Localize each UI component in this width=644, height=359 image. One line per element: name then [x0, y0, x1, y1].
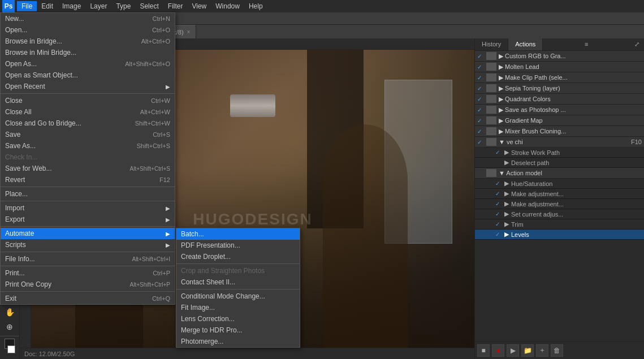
action-group-header-7[interactable]: ✓ ▶ Gradient Map — [475, 115, 644, 126]
menu-save-web[interactable]: Save for Web...Alt+Shift+Ctrl+S — [1, 163, 175, 174]
group-icon-7 — [486, 116, 496, 124]
action-hue-sat[interactable]: ✓ ▶ Hue/Saturation — [475, 179, 644, 189]
check-set: ✓ — [495, 211, 504, 217]
group-icon-1 — [486, 52, 496, 60]
menu-close-all[interactable]: Close AllAlt+Ctrl+W — [1, 106, 175, 118]
menu-print-one[interactable]: Print One CopyAlt+Shift+Ctrl+P — [1, 279, 175, 290]
action-group-header-1[interactable]: ✓ ▶ Custom RGB to Gra... — [475, 51, 644, 62]
submenu-conditional[interactable]: Conditional Mode Change... — [176, 291, 300, 302]
submenu-fit-image[interactable]: Fit Image... — [176, 302, 300, 313]
action-group-6: ✓ ▶ Save as Photoshop ... — [475, 105, 644, 115]
group-icon-2 — [486, 63, 496, 71]
menu-edit[interactable]: Edit — [37, 1, 58, 11]
sub-sep1 — [176, 263, 300, 264]
menu-help[interactable]: Help — [244, 1, 267, 11]
menu-save[interactable]: SaveCtrl+S — [1, 129, 175, 140]
sep6 — [1, 266, 175, 266]
menu-browse-mini-bridge[interactable]: Browse in Mini Bridge... — [1, 47, 175, 58]
action-sub-stroke[interactable]: ✓ ▶ Stroke Work Path — [475, 148, 644, 158]
action-group-header-5[interactable]: ✓ ▶ Quadrant Colors — [475, 94, 644, 105]
action-group-header-8[interactable]: ✓ ▶ Mixer Brush Cloning... — [475, 126, 644, 137]
crop-straighten-label: Crop and Straighten Photos — [181, 267, 265, 275]
group-icon-6 — [486, 106, 496, 114]
actions-tab[interactable]: Actions — [508, 38, 543, 50]
menu-filter[interactable]: Filter — [163, 1, 188, 11]
action-group-header-4[interactable]: ✓ ▶ Sepia Toning (layer) — [475, 83, 644, 94]
menu-revert[interactable]: RevertF12 — [1, 174, 175, 185]
new-folder-button[interactable]: 📁 — [521, 344, 534, 357]
menu-image[interactable]: Image — [58, 1, 85, 11]
menu-new[interactable]: New...Ctrl+N — [1, 13, 175, 24]
menu-print[interactable]: Print...Ctrl+P — [1, 267, 175, 279]
action-group-header-3[interactable]: ✓ ▶ Make Clip Path (sele... — [475, 72, 644, 83]
new-action-button[interactable]: + — [536, 344, 548, 357]
menu-open-recent[interactable]: Open Recent▶ — [1, 81, 175, 92]
play-button[interactable]: ▶ — [507, 344, 519, 357]
action-trim[interactable]: ✓ ▶ Trim — [475, 219, 644, 230]
history-tab[interactable]: History — [475, 38, 508, 50]
submenu-merge-hdr[interactable]: Merge to HDR Pro... — [176, 325, 300, 336]
menu-place[interactable]: Place... — [1, 188, 175, 200]
submenu-create-droplet[interactable]: Create Droplet... — [176, 251, 300, 262]
submenu-contact-sheet[interactable]: Contact Sheet II... — [176, 276, 300, 288]
stop-button[interactable]: ■ — [477, 344, 490, 357]
menu-layer[interactable]: Layer — [85, 1, 111, 11]
action-group-header-model[interactable]: ▼ Action model — [475, 168, 644, 179]
action-set-current[interactable]: ✓ ▶ Set current adjus... — [475, 209, 644, 219]
action-make-adj2[interactable]: ✓ ▶ Make adjustment... — [475, 199, 644, 209]
action-group-header-vechi[interactable]: ✓ ▼ ve chi F10 — [475, 137, 644, 148]
submenu-photomerge[interactable]: Photomerge... — [176, 336, 300, 347]
menu-file[interactable]: File — [17, 1, 37, 11]
menu-type[interactable]: Type — [111, 1, 135, 11]
action-group-8: ✓ ▶ Mixer Brush Cloning... — [475, 126, 644, 137]
menu-select[interactable]: Select — [135, 1, 163, 11]
menu-close[interactable]: CloseCtrl+W — [1, 95, 175, 106]
menu-window[interactable]: Window — [211, 1, 244, 11]
panel-expand-icon[interactable]: ⤢ — [630, 38, 644, 50]
action-group-vechi: ✓ ▼ ve chi F10 ✓ ▶ Stroke Work Path ▶ De… — [475, 137, 644, 168]
background-color[interactable] — [7, 345, 15, 353]
zoom-tool[interactable]: ⊕ — [3, 320, 16, 334]
action-group-header-6[interactable]: ✓ ▶ Save as Photoshop ... — [475, 105, 644, 115]
group-icon-3 — [486, 73, 496, 81]
menu-import[interactable]: Import▶ — [1, 202, 175, 214]
record-button[interactable]: ● — [492, 344, 504, 357]
menu-exit[interactable]: ExitCtrl+Q — [1, 293, 175, 304]
action-group-header-2[interactable]: ✓ ▶ Molten Lead — [475, 62, 644, 72]
actions-panel-content: ✓ ▶ Custom RGB to Gra... ✓ ▶ Molten Lead… — [475, 51, 644, 341]
submenu-lens-correction[interactable]: Lens Correction... — [176, 313, 300, 325]
submenu-batch[interactable]: Batch... — [176, 228, 300, 240]
menu-view[interactable]: View — [187, 1, 211, 11]
group-icon-5 — [486, 95, 496, 103]
menu-open-as[interactable]: Open As...Alt+Shift+Ctrl+O — [1, 58, 175, 70]
menu-close-go-bridge[interactable]: Close and Go to Bridge...Shift+Ctrl+W — [1, 118, 175, 129]
submenu-pdf[interactable]: PDF Presentation... — [176, 240, 300, 251]
adj2-icon: ▶ — [504, 200, 509, 207]
action-levels[interactable]: ✓ ▶ Levels — [475, 230, 644, 240]
levels-label: Levels — [511, 231, 529, 238]
sep2 — [1, 187, 175, 187]
close-tab-button[interactable]: × — [187, 29, 191, 35]
check-icon-5: ✓ — [477, 96, 486, 102]
menu-export[interactable]: Export▶ — [1, 214, 175, 225]
actions-list: ✓ ▶ Custom RGB to Gra... ✓ ▶ Molten Lead… — [475, 51, 644, 240]
toolbar-divider — [0, 336, 19, 336]
delete-action-button[interactable]: 🗑 — [551, 344, 563, 357]
panel-menu-icon[interactable]: ≡ — [580, 38, 593, 50]
menu-open-smart[interactable]: Open as Smart Object... — [1, 70, 175, 81]
menu-open[interactable]: Open...Ctrl+O — [1, 24, 175, 36]
hdr-label: Merge to HDR Pro... — [181, 326, 243, 334]
group-label-1: ▶ Custom RGB to Gra... — [499, 53, 566, 60]
action-sub-deselect[interactable]: ▶ Deselect path — [475, 158, 644, 168]
menu-automate[interactable]: Automate ▶ Batch... PDF Presentation... … — [1, 228, 175, 239]
action-group-1: ✓ ▶ Custom RGB to Gra... — [475, 51, 644, 62]
menu-save-as[interactable]: Save As...Shift+Ctrl+S — [1, 140, 175, 152]
menu-file-info[interactable]: File Info...Alt+Shift+Ctrl+I — [1, 253, 175, 265]
menu-browse-bridge[interactable]: Browse in Bridge...Alt+Ctrl+O — [1, 36, 175, 47]
group-label-model: ▼ Action model — [499, 170, 542, 176]
set-icon: ▶ — [504, 210, 509, 218]
action-make-adj1[interactable]: ✓ ▶ Make adjustment... — [475, 189, 644, 199]
doc-size: Doc: 12.0M/2.50G — [24, 351, 75, 357]
hand-tool[interactable]: ✋ — [3, 305, 16, 319]
menu-scripts[interactable]: Scripts▶ — [1, 239, 175, 250]
